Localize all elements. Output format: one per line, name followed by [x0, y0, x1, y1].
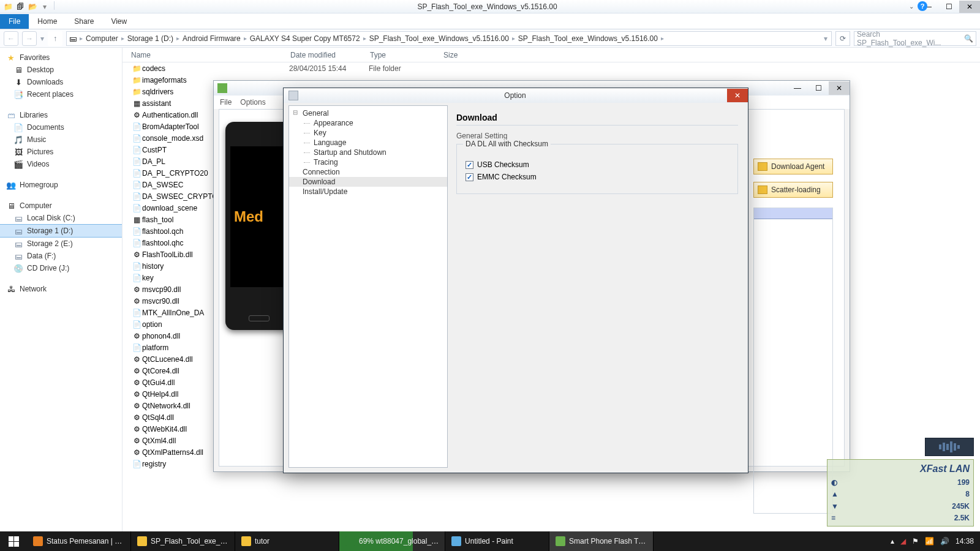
file-icon: 📄 [131, 146, 142, 154]
breadcrumb-seg[interactable]: Android Firmware [180, 34, 243, 43]
breadcrumb-dropdown-icon[interactable]: ▾ [820, 34, 831, 43]
tray-show-hidden-icon[interactable]: ▴ [891, 537, 894, 545]
tree-connection[interactable]: Connection [289, 167, 447, 177]
flash-maximize-button[interactable]: ☐ [808, 81, 829, 95]
nav-up-button[interactable]: ↑ [48, 31, 62, 46]
nav-drive-e[interactable]: 🖴Storage 2 (E:) [0, 238, 122, 250]
ribbon-collapse-icon[interactable]: ⌄ [909, 3, 914, 10]
nav-lib-documents[interactable]: 📄Documents [0, 121, 122, 133]
search-input[interactable]: Search SP_Flash_Tool_exe_Wi... 🔍 [854, 31, 976, 46]
maximize-button[interactable]: ☐ [938, 1, 959, 13]
nav-favorites-recent[interactable]: 📑Recent places [0, 88, 122, 100]
file-icon: 📁 [131, 88, 142, 96]
breadcrumb-seg[interactable]: Storage 1 (D:) [125, 34, 176, 43]
tray-antivirus-icon[interactable]: ◢ [900, 537, 906, 545]
nav-drive-f[interactable]: 🖴Data (F:) [0, 250, 122, 262]
file-icon: 📁 [131, 64, 142, 73]
nav-drive-cd[interactable]: 💿CD Drive (J:) [0, 262, 122, 274]
tray-volume-icon[interactable]: 🔊 [940, 537, 949, 545]
tray-network-icon[interactable]: 📶 [925, 537, 934, 545]
scatter-loading-button[interactable]: Scatter-loading [753, 182, 833, 198]
tree-appearance[interactable]: Appearance [289, 118, 447, 128]
start-button[interactable] [0, 531, 27, 551]
nav-homegroup[interactable]: 👥Homegroup [0, 179, 122, 191]
nav-computer[interactable]: 🖥Computer [0, 200, 122, 212]
file-row[interactable]: 📁codecs28/04/2015 15:44File folder [131, 62, 980, 74]
nav-favorites-downloads[interactable]: ⬇Downloads [0, 76, 122, 88]
help-icon[interactable]: ? [918, 1, 927, 11]
refresh-button[interactable]: ⟳ [835, 31, 850, 46]
usb-checksum-checkbox[interactable]: ✓ USB Checksum [466, 160, 729, 169]
nav-libraries[interactable]: 🗃Libraries [0, 109, 122, 121]
file-name: codecs [142, 64, 289, 73]
nav-drive-c[interactable]: 🖴Local Disk (C:) [0, 212, 122, 224]
task-firefox[interactable]: Status Pemesanan | … [27, 531, 131, 551]
nav-favorites-desktop[interactable]: 🖥Desktop [0, 64, 122, 76]
file-icon: ⚙ [131, 332, 142, 340]
nav-lib-pictures[interactable]: 🖼Pictures [0, 146, 122, 158]
nav-lib-music[interactable]: 🎵Music [0, 133, 122, 146]
task-flash-tool[interactable]: Smart Phone Flash T… [549, 531, 654, 551]
task-download[interactable]: 69% wt88047_global_… [339, 531, 445, 551]
tree-download[interactable]: Download [289, 177, 447, 187]
tree-language[interactable]: Language [289, 138, 447, 148]
breadcrumb-seg[interactable]: Computer [83, 34, 121, 43]
nav-favorites[interactable]: ★Favorites [0, 51, 122, 64]
nav-network[interactable]: 🖧Network [0, 283, 122, 295]
tree-key[interactable]: Key [289, 128, 447, 138]
file-date: 28/04/2015 15:44 [289, 64, 369, 73]
folder-icon [758, 162, 767, 171]
ribbon-tab-view[interactable]: View [102, 14, 135, 29]
breadcrumb-root-icon[interactable]: 🖴 [69, 34, 77, 43]
close-button[interactable]: ✕ [959, 1, 980, 13]
audio-meter-widget[interactable] [925, 438, 974, 456]
emmc-checksum-checkbox[interactable]: ✓ EMMC Checksum [466, 173, 729, 181]
file-icon: ⚙ [131, 390, 142, 399]
tray-clock[interactable]: 14:38 [956, 537, 974, 545]
qat-properties-icon[interactable]: 🗐 [15, 1, 26, 12]
file-icon: 📄 [131, 181, 142, 189]
dialog-close-button[interactable]: ✕ [727, 89, 748, 102]
breadcrumb-seg[interactable]: GALAXY S4 Super Copy MT6572 [247, 34, 363, 43]
file-icon: 📄 [131, 122, 142, 131]
network-widget[interactable]: XFast LAN ◐199 ▲8 ▼245K ≡2.5K [827, 459, 974, 527]
col-type[interactable]: Type [370, 48, 443, 62]
breadcrumb[interactable]: 🖴▸ Computer▸ Storage 1 (D:)▸ Android Fir… [66, 31, 832, 46]
ribbon-tab-share[interactable]: Share [66, 14, 102, 29]
col-date[interactable]: Date modified [290, 48, 370, 62]
file-icon: 📄 [131, 204, 142, 212]
qat-newfolder-icon[interactable]: 📂 [27, 1, 38, 12]
tree-general[interactable]: General [289, 108, 447, 118]
flash-menu-options[interactable]: Options [240, 98, 265, 107]
tree-tracing[interactable]: Tracing [289, 157, 447, 167]
nav-forward-button[interactable]: → [22, 31, 37, 46]
nav-history-dropdown[interactable]: ▾ [40, 34, 44, 43]
col-size[interactable]: Size [443, 48, 505, 62]
network-widget-brand: XFast LAN [831, 463, 970, 474]
qat-folder-icon[interactable]: 📁 [2, 1, 13, 12]
tree-install[interactable]: Install/Update [289, 187, 447, 197]
breadcrumb-seg[interactable]: SP_Flash_Tool_exe_Windows_v5.1516.00 [367, 34, 511, 43]
flash-menu-file[interactable]: File [220, 98, 232, 107]
search-placeholder: Search SP_Flash_Tool_exe_Wi... [857, 30, 964, 47]
ribbon-tab-home[interactable]: Home [29, 14, 66, 29]
flash-minimize-button[interactable]: — [787, 81, 808, 95]
breadcrumb-seg[interactable]: SP_Flash_Tool_exe_Windows_v5.1516.00 [516, 34, 660, 43]
file-icon: ⚙ [131, 111, 142, 119]
tree-startup[interactable]: Startup and Shutdown [289, 148, 447, 157]
file-icon: 📁 [131, 76, 142, 84]
tray-action-center-icon[interactable]: ⚑ [912, 537, 919, 545]
task-explorer-1[interactable]: SP_Flash_Tool_exe_… [131, 531, 235, 551]
nav-lib-videos[interactable]: 🎬Videos [0, 158, 122, 170]
flash-close-button[interactable]: ✕ [829, 81, 850, 95]
task-paint[interactable]: Untitled - Paint [445, 531, 549, 551]
task-explorer-2[interactable]: tutor [235, 531, 339, 551]
ribbon-file-tab[interactable]: File [0, 14, 29, 29]
nav-back-button[interactable]: ← [4, 31, 18, 46]
flash-partition-table[interactable] [753, 208, 833, 514]
nav-drive-d[interactable]: 🖴Storage 1 (D:) [0, 224, 122, 238]
download-agent-button[interactable]: Download Agent [753, 159, 833, 174]
checkbox-icon: ✓ [466, 173, 473, 181]
qat-dropdown-icon[interactable]: ▾ [39, 1, 50, 12]
col-name[interactable]: Name [131, 48, 290, 62]
